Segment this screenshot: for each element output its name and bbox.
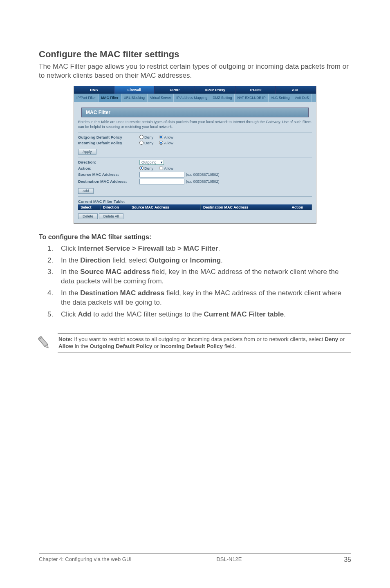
- steps-list: Click Internet Service > Firewall tab > …: [39, 244, 351, 320]
- step-text: .: [221, 256, 223, 264]
- note-lead: Note:: [58, 336, 73, 342]
- step-bold: Current MAC Filter table: [204, 310, 284, 318]
- note-bold: Incoming Default Policy: [160, 343, 223, 349]
- subtab-ipmap[interactable]: IP Address Mapping: [174, 94, 210, 102]
- steps-heading: To configure the MAC filter settings:: [39, 233, 351, 241]
- tab-igmp[interactable]: IGMP Proxy: [195, 86, 235, 94]
- incoming-policy-row: Incoming Default Policy Deny Allow: [78, 141, 312, 145]
- step-3: In the Source MAC address field, key in …: [55, 267, 351, 286]
- outgoing-allow-radio[interactable]: [159, 135, 163, 139]
- action-allow-radio[interactable]: [159, 166, 163, 170]
- apply-button[interactable]: Apply: [78, 149, 96, 155]
- subtab-url[interactable]: URL Blocking: [121, 94, 148, 102]
- sub-tabs: IP/Port Filter MAC Filter URL Blocking V…: [74, 94, 316, 102]
- step-5: Click Add to add the MAC filter settings…: [55, 310, 351, 319]
- note-text-or2: or: [152, 343, 161, 349]
- intro-text: The MAC Filter page allows you to restri…: [39, 62, 351, 80]
- action-row: Action: Deny Allow: [78, 166, 312, 171]
- step-1: Click Internet Service > Firewall tab > …: [55, 244, 351, 254]
- incoming-allow-label: Allow: [164, 141, 173, 145]
- step-bold: Add: [78, 310, 92, 318]
- step-text: field, select: [110, 256, 149, 264]
- step-4: In the Destination MAC address field, ke…: [55, 289, 351, 307]
- step-bold: Internet Service > Firewall: [78, 245, 164, 252]
- delete-all-button[interactable]: Delete All: [99, 213, 123, 219]
- dest-mac-label: Destination MAC Address:: [78, 179, 139, 184]
- subtab-dmz[interactable]: DMZ Setting: [210, 94, 235, 102]
- subtab-antidios[interactable]: Anti-DoS: [292, 94, 312, 102]
- add-button[interactable]: Add: [78, 188, 94, 194]
- panel-description: Entries in this table are used to restri…: [78, 120, 312, 129]
- outgoing-allow-label: Allow: [164, 135, 173, 139]
- step-bold: Direction: [80, 256, 110, 264]
- action-label: Action:: [78, 166, 139, 171]
- source-mac-label: Source MAC Address:: [78, 172, 139, 177]
- step-2: In the Direction field, select Outgoing …: [55, 256, 351, 265]
- note-text: Note: If you want to restrict access to …: [58, 333, 351, 353]
- note-text-in: in the: [73, 343, 90, 349]
- dest-mac-input[interactable]: [139, 179, 184, 184]
- delete-button[interactable]: Delete: [78, 213, 98, 219]
- th-select: Select: [78, 204, 101, 210]
- pencil-icon: [36, 330, 57, 351]
- divider: [78, 196, 312, 197]
- main-tabs: DNS Firewall UPnP IGMP Proxy TR-069 ACL: [74, 86, 316, 94]
- outgoing-label: Outgoing Default Policy: [78, 135, 139, 139]
- th-dest: Destination MAC Address: [201, 204, 283, 210]
- tab-tr069[interactable]: TR-069: [235, 86, 276, 94]
- direction-label: Direction:: [78, 160, 139, 164]
- note-bold: Outgoing Default Policy: [90, 343, 152, 349]
- subtab-natex[interactable]: NAT EXCLUDE IP: [235, 94, 268, 102]
- note-body: If you want to restrict access to all ou…: [73, 336, 325, 342]
- direction-row: Direction: Outgoing: [78, 160, 312, 165]
- step-text: In the: [61, 268, 80, 276]
- screenshot-panel: DNS Firewall UPnP IGMP Proxy TR-069 ACL …: [74, 86, 316, 223]
- step-text: In the: [61, 256, 80, 264]
- outgoing-deny-label: Deny: [144, 135, 153, 139]
- page-footer: Chapter 4: Configuring via the web GUI D…: [39, 553, 351, 563]
- subtab-ipport[interactable]: IP/Port Filter: [74, 94, 99, 102]
- incoming-deny-radio[interactable]: [139, 141, 143, 145]
- note-text-or: or: [338, 336, 345, 342]
- step-bold: Outgoing: [149, 256, 180, 264]
- tab-dns[interactable]: DNS: [74, 86, 114, 94]
- tab-upnp[interactable]: UPnP: [155, 86, 195, 94]
- step-text: to add the MAC filter settings to the: [92, 310, 204, 318]
- direction-select[interactable]: Outgoing: [139, 160, 164, 165]
- page-title: Configure the MAC filter settings: [39, 49, 351, 60]
- tab-acl[interactable]: ACL: [276, 86, 316, 94]
- source-mac-hint: (ex. 00E086710502): [186, 173, 220, 177]
- step-text: .: [218, 245, 220, 252]
- action-allow-label: Allow: [164, 166, 173, 171]
- step-text: .: [284, 310, 286, 318]
- footer-mid: DSL-N12E: [216, 556, 242, 563]
- note-bold: Allow: [58, 343, 73, 349]
- step-bold: Destination MAC address: [80, 289, 164, 297]
- outgoing-policy-row: Outgoing Default Policy Deny Allow: [78, 135, 312, 139]
- action-deny-radio[interactable]: [139, 166, 143, 170]
- source-mac-input[interactable]: [139, 172, 184, 177]
- subtab-macfilter[interactable]: MAC Filter: [99, 94, 121, 102]
- outgoing-deny-radio[interactable]: [139, 135, 143, 139]
- subtab-alg[interactable]: ALG Setting: [269, 94, 293, 102]
- step-text: tab: [164, 245, 177, 252]
- step-text: or: [180, 256, 190, 264]
- step-text: In the: [61, 289, 80, 297]
- note-block: Note: If you want to restrict access to …: [39, 333, 351, 353]
- filter-table-header: Select Direction Source MAC Address Dest…: [78, 204, 312, 210]
- step-text: Click: [61, 310, 78, 318]
- incoming-allow-radio[interactable]: [159, 141, 163, 145]
- panel-title: MAC Filter: [81, 108, 309, 117]
- th-direction: Direction: [101, 204, 129, 210]
- step-bold: Incoming: [190, 256, 221, 264]
- note-bold: Deny: [325, 336, 338, 342]
- source-mac-row: Source MAC Address: (ex. 00E086710502): [78, 172, 312, 177]
- th-action: Action: [283, 204, 312, 210]
- step-bold: Source MAC address: [80, 268, 150, 276]
- incoming-label: Incoming Default Policy: [78, 141, 139, 145]
- action-deny-label: Deny: [144, 166, 153, 171]
- divider: [78, 132, 312, 132]
- table-title: Current MAC Filter Table:: [78, 199, 312, 204]
- tab-firewall[interactable]: Firewall: [114, 86, 155, 94]
- subtab-virtual[interactable]: Virtual Server: [148, 94, 174, 102]
